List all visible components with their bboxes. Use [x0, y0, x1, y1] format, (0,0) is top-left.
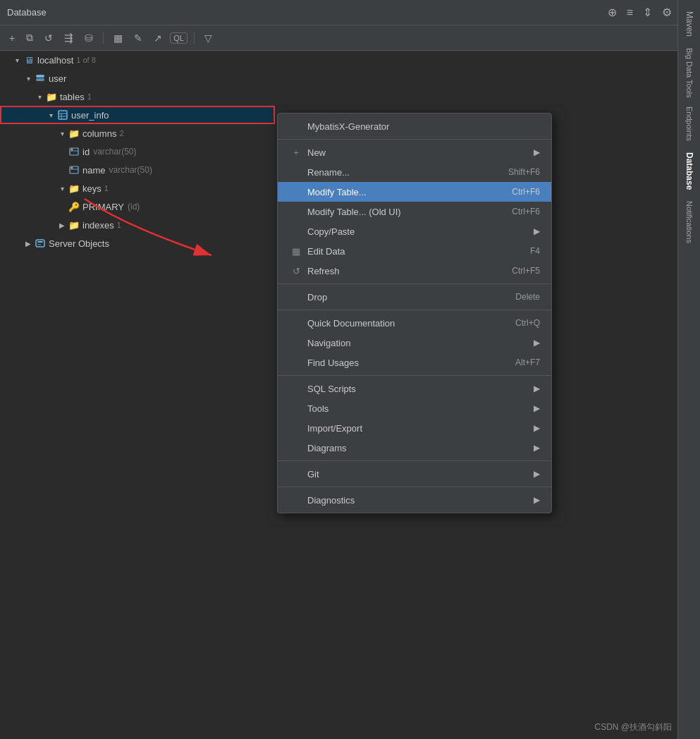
import-export-label: Import/Export [307, 423, 528, 434]
duplicate-button[interactable]: ⧉ [23, 30, 37, 46]
server-objects-icon [34, 237, 47, 250]
watermark-text: CSDN @扶酒勾斜阳 [594, 722, 672, 732]
id-col-label: id [82, 147, 90, 157]
menu-item-edit-data[interactable]: ▦ Edit Data F4 [278, 241, 551, 261]
edit-data-shortcut: F4 [530, 246, 540, 256]
svg-rect-2 [59, 111, 67, 119]
indexes-badge: 1 [117, 221, 121, 229]
sidebar-tab-maven[interactable]: Maven [682, 6, 697, 42]
drop-shortcut: Delete [515, 292, 540, 302]
sidebar-tab-database[interactable]: Database [682, 147, 697, 195]
tree-item-server-objects[interactable]: ▶ Server Objects [0, 234, 275, 252]
main-layout: ▾ 🖥 localhost 1 of 8 ▾ user ▾ 📁 [0, 51, 700, 739]
new-icon: + [289, 145, 303, 159]
tree-item-keys[interactable]: ▾ 📁 keys 1 [0, 179, 275, 197]
diagnostics-label: Diagnostics [307, 495, 528, 506]
menu-item-new[interactable]: + New ▶ [278, 142, 551, 162]
svg-rect-1 [36, 78, 44, 81]
svg-rect-13 [37, 241, 43, 243]
user-info-label: user_info [71, 110, 109, 121]
arrow-indexes: ▶ [56, 219, 68, 231]
filter-button[interactable]: ▽ [201, 30, 216, 46]
menu-sep-4 [278, 375, 551, 376]
sql-button[interactable]: QL [170, 32, 188, 44]
tree-item-name-col[interactable]: name varchar(50) [0, 161, 275, 179]
split-icon[interactable]: ⇕ [643, 6, 652, 19]
folder-indexes-icon: 📁 [68, 219, 80, 231]
menu-item-modify-table-old[interactable]: Modify Table... (Old UI) Ctrl+F6 [278, 202, 551, 221]
rename-shortcut: Shift+F6 [508, 167, 540, 177]
modify-table-old-label: Modify Table... (Old UI) [307, 207, 512, 217]
endpoints-icon[interactable]: Endpoints [682, 104, 696, 144]
add-button[interactable]: + [6, 30, 18, 46]
refresh-button[interactable]: ↺ [41, 30, 56, 46]
diagnostics-icon [289, 493, 303, 507]
arrow-localhost: ▾ [11, 54, 23, 66]
columns-label: columns [82, 128, 116, 139]
menu-item-navigation[interactable]: Navigation ▶ [278, 333, 551, 353]
quick-doc-label: Quick Documentation [307, 318, 515, 329]
tree-item-columns[interactable]: ▾ 📁 columns 2 [0, 124, 275, 142]
tools-icon [289, 401, 303, 415]
arrow-user-info: ▾ [45, 109, 56, 121]
arrow-button[interactable]: ↗ [150, 30, 166, 46]
menu-item-mybatisx[interactable]: MybatisX-Generator [278, 116, 551, 136]
diagrams-icon [289, 441, 303, 455]
menu-item-quick-doc[interactable]: Quick Documentation Ctrl+Q [278, 313, 551, 333]
localhost-badge: 1 of 8 [76, 56, 96, 64]
menu-item-copy-paste[interactable]: Copy/Paste ▶ [278, 221, 551, 241]
list-icon[interactable]: ≡ [627, 6, 633, 19]
arrow-keys: ▾ [56, 183, 68, 194]
menu-sep-2 [278, 283, 551, 284]
git-arrow: ▶ [534, 469, 540, 479]
menu-item-tools[interactable]: Tools ▶ [278, 398, 551, 418]
tables-label: tables [60, 92, 85, 102]
refresh-label: Refresh [307, 266, 512, 276]
menu-item-drop[interactable]: Drop Delete [278, 287, 551, 307]
primary-hint: (id) [128, 202, 140, 212]
git-label: Git [307, 469, 528, 480]
tree-item-id-col[interactable]: id varchar(50) [0, 142, 275, 161]
menu-item-sql-scripts[interactable]: SQL Scripts ▶ [278, 379, 551, 398]
diagrams-arrow: ▶ [534, 443, 540, 453]
modify-table-old-icon [289, 204, 303, 219]
edit-button[interactable]: ✎ [130, 30, 146, 46]
import-export-icon [289, 421, 303, 435]
tree-item-tables[interactable]: ▾ 📁 tables 1 [0, 87, 275, 106]
tree-item-user-info[interactable]: ▾ user_info [0, 106, 275, 124]
refresh-menu-icon: ↺ [289, 264, 303, 278]
globe-icon[interactable]: ⊕ [608, 6, 617, 19]
table-user-info-icon [56, 109, 69, 121]
menu-item-diagnostics[interactable]: Diagnostics ▶ [278, 490, 551, 510]
navigation-label: Navigation [307, 338, 528, 348]
arrow-server-objects: ▶ [23, 238, 34, 249]
menu-item-find-usages[interactable]: Find Usages Alt+F7 [278, 353, 551, 372]
grid-button[interactable]: ▦ [110, 30, 126, 46]
svg-rect-12 [36, 240, 44, 247]
tree-item-indexes[interactable]: ▶ 📁 indexes 1 [0, 216, 275, 234]
server-icon: 🖥 [23, 54, 35, 66]
tree-item-user[interactable]: ▾ user [0, 69, 275, 87]
tree-item-localhost[interactable]: ▾ 🖥 localhost 1 of 8 [0, 51, 275, 69]
menu-item-import-export[interactable]: Import/Export ▶ [278, 418, 551, 438]
settings-icon[interactable]: ⚙ [662, 6, 672, 19]
refresh-shortcut: Ctrl+F5 [512, 266, 540, 276]
keys-badge: 1 [104, 184, 109, 193]
menu-item-git[interactable]: Git ▶ [278, 464, 551, 484]
menu-item-rename[interactable]: Rename... Shift+F6 [278, 162, 551, 182]
name-col-label: name [82, 165, 106, 176]
drop-icon [289, 290, 303, 304]
db-button[interactable]: ⛁ [81, 30, 97, 46]
rename-icon [289, 165, 303, 179]
big-data-icon[interactable]: Big Data Tools [682, 45, 696, 101]
column-id-icon [68, 145, 80, 158]
menu-item-diagrams[interactable]: Diagrams ▶ [278, 438, 551, 458]
modify-table-old-shortcut: Ctrl+F6 [512, 207, 540, 216]
svg-rect-0 [36, 75, 44, 78]
notifications-icon[interactable]: Notifications [682, 198, 696, 246]
menu-item-modify-table[interactable]: Modify Table... Ctrl+F6 [278, 182, 551, 202]
sync-button[interactable]: ⇶ [61, 30, 77, 47]
tree-item-primary[interactable]: 🔑 PRIMARY (id) [0, 197, 275, 216]
menu-item-refresh[interactable]: ↺ Refresh Ctrl+F5 [278, 261, 551, 281]
import-export-arrow: ▶ [534, 423, 540, 433]
